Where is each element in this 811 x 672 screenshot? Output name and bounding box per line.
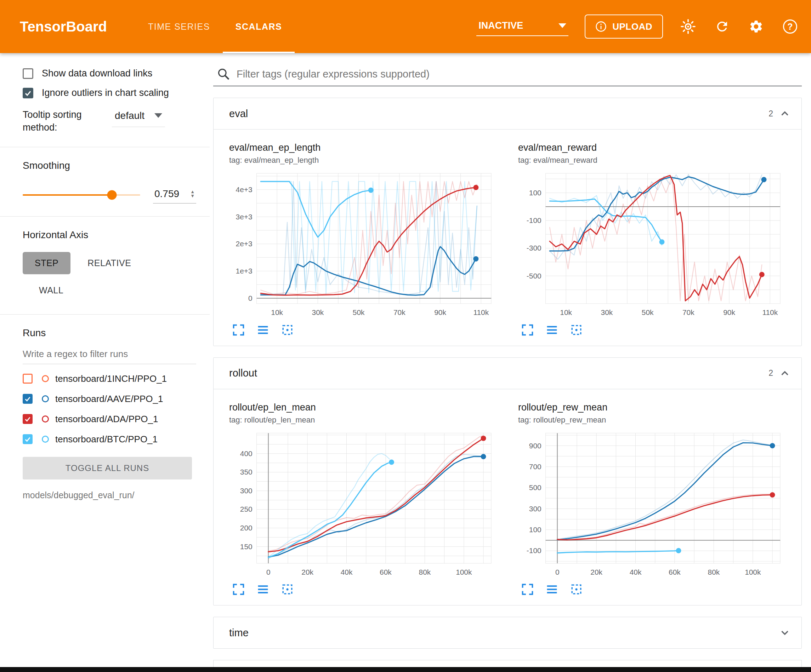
tooltip-sorting-label: Tooltip sorting method: <box>23 108 98 134</box>
card-count: 2 <box>769 368 773 378</box>
ignore-outliers-checkbox[interactable] <box>23 88 33 98</box>
axis-step-button[interactable]: STEP <box>23 252 70 274</box>
runs-label: Runs <box>23 327 196 339</box>
runs-filter-box <box>23 349 196 364</box>
app-title: TensorBoard <box>0 0 107 53</box>
fit-domain-icon[interactable] <box>570 583 583 596</box>
svg-text:40k: 40k <box>341 568 353 576</box>
smoothing-value-box: ▲▼ <box>153 187 196 203</box>
svg-text:70k: 70k <box>682 308 694 317</box>
svg-text:900: 900 <box>529 441 541 449</box>
svg-text:110k: 110k <box>473 308 489 317</box>
svg-text:110k: 110k <box>762 308 778 317</box>
chevron-down-icon[interactable] <box>779 627 791 639</box>
show-download-links-row: Show data download links <box>23 68 196 79</box>
svg-text:10k: 10k <box>271 308 283 317</box>
runs-filter-input[interactable] <box>23 349 196 359</box>
chart-title: rollout/ep_len_mean <box>229 402 497 413</box>
run-label: tensorboard/1INCH/PPO_1 <box>55 373 167 384</box>
svg-text:20k: 20k <box>590 568 602 576</box>
help-icon: ? <box>783 19 797 34</box>
svg-text:40k: 40k <box>629 568 642 576</box>
run-checkbox[interactable] <box>23 374 32 384</box>
chevron-up-icon[interactable] <box>779 108 791 120</box>
svg-text:250: 250 <box>240 505 253 513</box>
axis-wall-button[interactable]: WALL <box>27 279 75 301</box>
show-download-links-checkbox[interactable] <box>23 68 33 79</box>
run-checkbox[interactable] <box>23 434 32 444</box>
svg-text:700: 700 <box>529 462 541 471</box>
svg-text:500: 500 <box>529 483 541 491</box>
chart-title: rollout/ep_rew_mean <box>518 402 786 413</box>
toggle-y-axis-icon[interactable] <box>256 323 270 337</box>
svg-text:70k: 70k <box>394 308 406 317</box>
settings-button[interactable] <box>747 18 765 36</box>
chart-plot[interactable]: 10k30k50k70k90k110k01e+32e+33e+34e+3 <box>229 168 497 320</box>
chart-tag: tag: eval/mean_reward <box>518 156 786 165</box>
status-dropdown[interactable]: INACTIVE <box>476 17 568 36</box>
svg-text:30k: 30k <box>312 308 324 317</box>
run-checkbox[interactable] <box>23 394 32 404</box>
tab-scalars[interactable]: SCALARS <box>223 0 295 53</box>
svg-text:400: 400 <box>240 449 253 457</box>
card-rollout-header[interactable]: rollout 2 <box>214 358 801 389</box>
card-eval-header[interactable]: eval 2 <box>214 98 801 130</box>
chart-eval-mean-reward: eval/mean_reward tag: eval/mean_reward 1… <box>518 142 786 337</box>
expand-chart-icon[interactable] <box>521 583 534 596</box>
smoothing-slider-knob[interactable] <box>107 190 117 200</box>
stepper-arrows-icon[interactable]: ▲▼ <box>190 190 195 198</box>
fit-domain-icon[interactable] <box>281 323 294 337</box>
svg-text:350: 350 <box>240 468 253 476</box>
chart-plot[interactable]: 10k30k50k70k90k110k-500-300-100100 <box>518 168 786 320</box>
toggle-y-axis-icon[interactable] <box>256 583 270 596</box>
expand-chart-icon[interactable] <box>232 323 245 337</box>
toggle-y-axis-icon[interactable] <box>545 323 558 337</box>
expand-chart-icon[interactable] <box>232 583 245 596</box>
toggle-all-runs-button[interactable]: TOGGLE ALL RUNS <box>23 457 192 479</box>
chart-plot[interactable]: 020k40k60k80k100k-100100300500700900 <box>518 428 786 580</box>
help-button[interactable]: ? <box>781 18 799 36</box>
expand-chart-icon[interactable] <box>521 323 534 337</box>
chevron-up-icon[interactable] <box>779 367 791 379</box>
svg-text:100k: 100k <box>745 568 761 576</box>
svg-text:1e+3: 1e+3 <box>236 267 253 275</box>
smoothing-slider[interactable] <box>23 194 140 196</box>
refresh-button[interactable] <box>713 18 731 36</box>
axis-relative-button[interactable]: RELATIVE <box>75 252 143 274</box>
svg-text:100k: 100k <box>456 568 472 576</box>
refresh-icon <box>715 19 730 34</box>
svg-text:20k: 20k <box>301 568 314 576</box>
smoothing-slider-fill <box>23 194 112 196</box>
chart-plot[interactable]: 020k40k60k80k100k150200250300350400 <box>229 428 497 580</box>
svg-text:4e+3: 4e+3 <box>236 185 253 193</box>
tab-time-series[interactable]: TIME SERIES <box>135 0 223 53</box>
brightness-toggle-button[interactable] <box>679 18 697 36</box>
smoothing-label: Smoothing <box>23 160 196 171</box>
chevron-down-icon <box>154 113 162 118</box>
svg-text:150: 150 <box>240 542 253 550</box>
toggle-y-axis-icon[interactable] <box>545 583 558 596</box>
fit-domain-icon[interactable] <box>281 583 294 596</box>
run-label: tensorboard/ADA/PPO_1 <box>55 414 158 425</box>
card-count: 2 <box>769 109 773 118</box>
ignore-outliers-row: Ignore outliers in chart scaling <box>23 87 196 98</box>
ignore-outliers-label: Ignore outliers in chart scaling <box>42 87 169 98</box>
smoothing-value-input[interactable] <box>154 188 183 200</box>
scalars-main: eval 2 eval/mean_ep_length tag: eval/mea… <box>210 53 811 672</box>
tooltip-sorting-select[interactable]: default <box>112 108 165 127</box>
sidebar-divider <box>0 216 210 217</box>
card-title: rollout <box>229 367 257 379</box>
card-time-header[interactable]: time <box>214 617 801 648</box>
svg-text:300: 300 <box>529 504 541 513</box>
info-icon <box>596 21 607 32</box>
svg-text:60k: 60k <box>668 568 681 576</box>
fit-domain-icon[interactable] <box>570 323 583 337</box>
svg-text:-100: -100 <box>527 547 541 555</box>
svg-text:30k: 30k <box>601 308 613 317</box>
tag-filter-input[interactable] <box>237 68 802 80</box>
run-checkbox[interactable] <box>23 414 32 424</box>
card-time: time <box>213 617 802 648</box>
settings-sidebar: Show data download links Ignore outliers… <box>0 53 210 672</box>
svg-text:200: 200 <box>240 524 253 532</box>
upload-button[interactable]: UPLOAD <box>585 15 663 39</box>
